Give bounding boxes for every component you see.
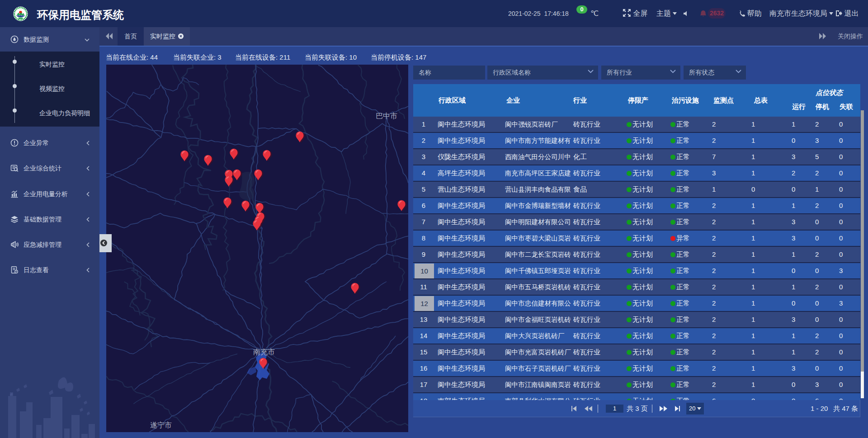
svg-text:巴中市: 巴中市 <box>376 112 397 120</box>
svg-text:南充市: 南充市 <box>253 348 275 356</box>
svg-text:遂宁市: 遂宁市 <box>150 421 172 429</box>
